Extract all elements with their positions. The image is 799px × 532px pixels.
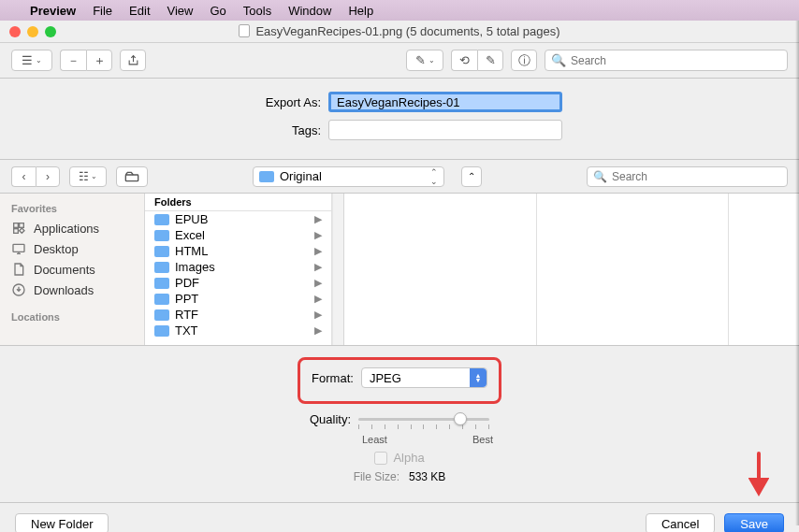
folder-icon	[154, 214, 169, 225]
window-title: EasyVeganRecipes-01.png (5 documents, 5 …	[0, 24, 799, 38]
zoom-in-button[interactable]: ＋	[86, 50, 112, 71]
sidebar-item-label: Downloads	[34, 283, 94, 297]
rotate-button[interactable]: ⟲	[451, 50, 477, 71]
document-icon	[239, 24, 250, 37]
folder-icon	[154, 309, 169, 321]
folder-label: RTF	[175, 308, 198, 322]
file-browser: Favorites Applications Desktop Documents…	[0, 194, 799, 346]
export-panel: Export As: Tags:	[0, 79, 799, 160]
menu-window[interactable]: Window	[288, 4, 331, 18]
menu-go[interactable]: Go	[210, 4, 225, 18]
file-column: Folders EPUB▶ Excel▶ HTML▶ Images▶ PDF▶ …	[145, 194, 332, 345]
menu-tools[interactable]: Tools	[243, 4, 271, 18]
dialog-footer: New Folder Cancel Save	[0, 503, 799, 532]
view-mode-button[interactable]: ☷ ⌄	[69, 166, 107, 187]
folder-item[interactable]: Images▶	[145, 259, 331, 275]
folder-item[interactable]: EPUB▶	[145, 211, 331, 227]
chevron-updown-icon: ⌃⌄	[430, 167, 438, 186]
folder-item[interactable]: TXT▶	[145, 323, 331, 338]
folder-label: Excel	[175, 228, 205, 242]
folder-item[interactable]: HTML▶	[145, 243, 331, 259]
format-label: Format:	[312, 371, 354, 385]
path-selector[interactable]: Original ⌃⌄	[253, 166, 444, 187]
chevron-right-icon: ▶	[314, 245, 322, 257]
file-column-empty	[537, 194, 730, 345]
markup-button[interactable]: ✎ ⌄	[406, 50, 443, 71]
file-browser-sidebar: Favorites Applications Desktop Documents…	[0, 194, 145, 345]
share-button[interactable]	[120, 50, 146, 71]
folder-label: HTML	[175, 244, 208, 258]
search-icon: 🔍	[551, 53, 566, 67]
annotate-button[interactable]: ✎	[477, 50, 503, 71]
sidebar-item-downloads[interactable]: Downloads	[0, 280, 144, 300]
file-browser-search-input[interactable]	[612, 170, 781, 183]
folder-label: EPUB	[175, 212, 208, 226]
folder-item[interactable]: Excel▶	[145, 227, 331, 243]
favorites-heading: Favorites	[0, 199, 144, 218]
column-header: Folders	[145, 194, 331, 211]
tags-input[interactable]	[328, 120, 562, 140]
chevron-right-icon: ▶	[314, 229, 322, 241]
app-menu[interactable]: Preview	[30, 4, 76, 18]
menu-edit[interactable]: Edit	[129, 4, 150, 18]
svg-rect-3	[14, 229, 19, 234]
locations-heading: Locations	[0, 308, 144, 326]
quality-label: Quality:	[310, 412, 351, 426]
menu-file[interactable]: File	[93, 4, 112, 18]
sidebar-item-label: Documents	[34, 263, 95, 277]
new-folder-button[interactable]: New Folder	[15, 513, 109, 532]
folder-label: TXT	[175, 324, 198, 338]
toolbar-search[interactable]: 🔍	[545, 50, 788, 71]
column-scrollbar[interactable]	[332, 194, 344, 345]
sidebar-toggle-button[interactable]: ☰ ⌄	[11, 50, 52, 71]
back-button[interactable]: ‹	[11, 166, 36, 187]
forward-button[interactable]: ›	[36, 166, 60, 187]
zoom-out-button[interactable]: －	[60, 50, 86, 71]
svg-rect-4	[13, 244, 24, 252]
annotation-highlight: Format: JPEG ▲▼	[298, 357, 501, 404]
tags-label: Tags:	[237, 123, 321, 137]
quality-best-label: Best	[472, 434, 493, 445]
format-value: JPEG	[370, 371, 401, 385]
toolbar-search-input[interactable]	[571, 54, 781, 67]
folder-item[interactable]: RTF▶	[145, 307, 331, 323]
cancel-button[interactable]: Cancel	[646, 513, 715, 532]
svg-rect-0	[125, 175, 138, 181]
menu-view[interactable]: View	[167, 4, 194, 18]
save-button[interactable]: Save	[724, 513, 784, 532]
folder-icon	[154, 262, 169, 273]
export-filename-input[interactable]	[328, 92, 562, 112]
format-select[interactable]: JPEG ▲▼	[361, 367, 487, 388]
quality-least-label: Least	[362, 434, 387, 445]
file-column-empty	[729, 194, 799, 345]
export-as-label: Export As:	[237, 95, 321, 109]
alpha-checkbox	[374, 452, 387, 465]
group-button[interactable]	[116, 166, 148, 187]
chevron-right-icon: ▶	[314, 277, 322, 289]
sidebar-item-desktop[interactable]: Desktop	[0, 238, 144, 259]
chevron-right-icon: ▶	[314, 213, 322, 225]
chevron-right-icon: ▶	[314, 324, 322, 337]
select-stepper-icon: ▲▼	[470, 368, 487, 387]
slider-thumb[interactable]	[454, 412, 467, 425]
filesize-value: 533 KB	[409, 470, 445, 483]
folder-label: PPT	[175, 292, 198, 306]
sidebar-item-label: Applications	[34, 222, 99, 236]
menu-help[interactable]: Help	[348, 4, 373, 18]
sidebar-item-applications[interactable]: Applications	[0, 218, 144, 238]
folder-label: Images	[175, 260, 215, 274]
system-menubar: Preview File Edit View Go Tools Window H…	[0, 0, 799, 21]
svg-rect-1	[14, 223, 19, 228]
folder-icon	[154, 246, 169, 257]
search-icon: 🔍	[593, 170, 607, 183]
file-browser-search[interactable]: 🔍	[587, 166, 788, 187]
info-button[interactable]: ⓘ	[511, 50, 537, 71]
sidebar-item-documents[interactable]: Documents	[0, 259, 144, 280]
folder-icon	[154, 294, 169, 305]
collapse-button[interactable]: ⌃	[461, 166, 482, 187]
folder-item[interactable]: PDF▶	[145, 275, 331, 291]
quality-slider[interactable]	[358, 410, 489, 428]
chevron-right-icon: ▶	[314, 309, 322, 321]
folder-icon	[154, 230, 169, 241]
folder-item[interactable]: PPT▶	[145, 291, 331, 307]
